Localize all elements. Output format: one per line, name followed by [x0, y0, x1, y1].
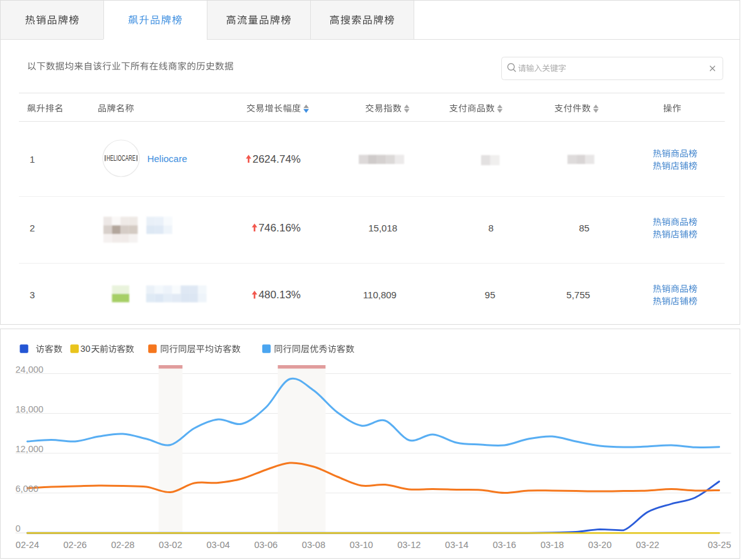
- svg-text:18,000: 18,000: [16, 404, 44, 414]
- svg-text:03-25: 03-25: [707, 540, 731, 550]
- svg-text:03-06: 03-06: [254, 540, 277, 550]
- svg-text:03-10: 03-10: [350, 540, 373, 550]
- svg-text:03-12: 03-12: [397, 540, 421, 550]
- svg-text:1: 1: [30, 154, 35, 165]
- svg-text:12,000: 12,000: [16, 444, 44, 454]
- svg-text:03-20: 03-20: [588, 540, 612, 550]
- svg-text:03-22: 03-22: [636, 540, 660, 550]
- svg-text:6,000: 6,000: [16, 484, 38, 494]
- svg-text:02-28: 02-28: [111, 540, 134, 550]
- svg-text:5,755: 5,755: [566, 289, 590, 300]
- svg-text:03-02: 03-02: [159, 540, 182, 550]
- svg-text:2: 2: [30, 223, 35, 233]
- svg-text:110,809: 110,809: [363, 289, 397, 300]
- svg-text:Heliocare: Heliocare: [147, 153, 187, 164]
- svg-text:8: 8: [488, 223, 493, 233]
- svg-text:02-24: 02-24: [16, 540, 39, 550]
- svg-text:24,000: 24,000: [16, 365, 44, 375]
- svg-text:85: 85: [579, 223, 590, 233]
- svg-text:30: 30: [81, 344, 91, 354]
- svg-text:03-08: 03-08: [302, 540, 325, 550]
- svg-text:03-16: 03-16: [493, 540, 516, 550]
- svg-text:2624.74%: 2624.74%: [252, 153, 301, 165]
- svg-text:3: 3: [30, 289, 35, 300]
- svg-text:HELIOCARE: HELIOCARE: [107, 154, 136, 162]
- svg-text:746.16%: 746.16%: [259, 222, 301, 234]
- svg-text:480.13%: 480.13%: [259, 289, 301, 301]
- svg-text:0: 0: [16, 523, 21, 534]
- svg-text:03-04: 03-04: [207, 540, 230, 550]
- svg-text:03-18: 03-18: [540, 540, 564, 550]
- svg-text:02-26: 02-26: [64, 540, 87, 550]
- svg-text:15,018: 15,018: [368, 223, 397, 233]
- svg-text:95: 95: [485, 289, 496, 300]
- svg-text:03-14: 03-14: [445, 540, 468, 550]
